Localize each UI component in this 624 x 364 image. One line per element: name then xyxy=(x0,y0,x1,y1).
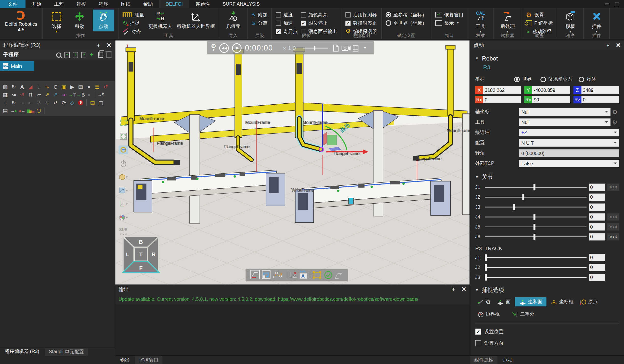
icon-macro[interactable]: ⬡ xyxy=(35,107,43,114)
film-strip-icon[interactable] xyxy=(353,45,358,51)
icon-approach-move[interactable]: ↗ xyxy=(52,91,59,98)
radio-parent[interactable] xyxy=(540,76,546,82)
j5-slider[interactable] xyxy=(485,223,586,230)
frame-select-icon[interactable] xyxy=(313,271,321,279)
joints-section-header[interactable]: ▼ 关节 xyxy=(475,174,619,181)
x-position-field[interactable]: X 3182.262 xyxy=(475,86,521,94)
external-tcp-select[interactable]: False xyxy=(519,160,619,167)
icon-conveyor[interactable]: ☰ xyxy=(93,83,101,90)
checkbox[interactable] xyxy=(276,12,281,17)
rz-field[interactable]: Rz 0 xyxy=(573,96,619,103)
icon-text-label[interactable]: A xyxy=(18,83,26,90)
checkbox[interactable] xyxy=(301,12,306,17)
icon-insert-down[interactable]: ↓ xyxy=(35,83,43,90)
plugins-button[interactable]: 插件▼ xyxy=(588,10,605,33)
measure-button[interactable]: 测量 xyxy=(123,11,144,18)
j5-turns-spinner[interactable]: TO▲▼ xyxy=(607,223,619,230)
solid-box-icon[interactable] xyxy=(118,172,128,181)
icon-input-signals[interactable]: →● xyxy=(10,107,18,114)
slider-thumb[interactable] xyxy=(485,274,487,280)
snap-frame-button[interactable]: 坐标框 xyxy=(549,298,575,306)
icon-record[interactable]: ● xyxy=(85,91,93,98)
expand-view-icon[interactable] xyxy=(118,118,128,127)
loop-path-icon[interactable] xyxy=(262,271,270,278)
menu-process[interactable]: 工艺 xyxy=(48,0,70,8)
minimize-icon[interactable] xyxy=(605,4,609,4)
display-button[interactable]: 显示▼ xyxy=(435,20,463,27)
pin-icon[interactable]: Ŧ xyxy=(606,42,610,48)
speed-slider-thumb[interactable] xyxy=(314,46,316,50)
icon-wait[interactable]: ◇ xyxy=(68,99,76,106)
add-subprogram-icon[interactable]: + xyxy=(90,52,93,58)
close-icon[interactable]: ✕ xyxy=(106,42,111,49)
slider-thumb[interactable] xyxy=(513,204,515,210)
fit-view-icon[interactable] xyxy=(118,132,128,141)
slider-thumb[interactable] xyxy=(485,254,487,261)
import-program-icon[interactable]: ↴ xyxy=(73,52,78,58)
copy-icon[interactable] xyxy=(98,52,103,58)
track-j1-value[interactable]: 0 xyxy=(589,254,605,261)
tab-staubli-cell-config[interactable]: Stäubli 单元配置 xyxy=(45,348,88,356)
j1-turns-spinner[interactable]: TO▲▼ xyxy=(607,184,619,191)
pin-icon[interactable]: Ŧ xyxy=(452,286,455,292)
checklist-icon[interactable]: ≡ xyxy=(65,52,70,58)
settings-button[interactable]: ⚙ 设置 xyxy=(526,11,553,18)
checkbox[interactable] xyxy=(301,21,306,26)
subprogram-item-main[interactable]: M≡ Main xyxy=(0,61,34,71)
track-j1-slider[interactable] xyxy=(485,254,586,261)
template-button[interactable]: 模板▼ xyxy=(561,10,580,33)
rx-field[interactable]: Rx 0 xyxy=(475,96,521,103)
icon-signal-doc[interactable]: →S xyxy=(97,91,105,98)
icon-document[interactable]: ▢ xyxy=(97,99,105,106)
icon-statistics[interactable]: ▆▄▂ xyxy=(27,107,34,114)
menu-surf-analysis[interactable]: SURF ANALYSIS xyxy=(216,0,266,8)
track-j2-value[interactable]: 0 xyxy=(589,264,605,271)
icon-play[interactable]: ▶ xyxy=(68,83,76,90)
tab-program-editor[interactable]: 程序编辑器 (R3) xyxy=(1,347,43,356)
icon-circular-move[interactable]: C xyxy=(52,83,59,90)
checkbox[interactable] xyxy=(276,21,281,26)
swap-robot-button[interactable]: R↩↪R 更换机器人 xyxy=(147,10,173,30)
close-icon[interactable]: ✕ xyxy=(461,286,466,293)
y-position-field[interactable]: Y -4020.859 xyxy=(524,86,570,94)
icon-to-base[interactable]: →B xyxy=(77,91,84,98)
j3-value[interactable]: 0 xyxy=(589,204,605,211)
set-position-check-row[interactable]: 设置位置 xyxy=(475,328,619,335)
menu-drawing[interactable]: 图纸 xyxy=(115,0,137,8)
icon-server-settings[interactable]: ▤ xyxy=(77,83,84,90)
attach-button[interactable]: ⇱ 附加 xyxy=(251,11,267,18)
icon-branch-b[interactable]: ⑂ xyxy=(43,99,51,106)
wire-cube-icon[interactable] xyxy=(118,159,128,168)
output-message[interactable]: Update available. Current version: 4.5.0… xyxy=(116,294,470,304)
slider-thumb[interactable] xyxy=(534,214,536,220)
radio-icon[interactable] xyxy=(385,20,391,26)
icon-frame-box[interactable]: ▣ xyxy=(60,83,68,90)
j1-slider[interactable] xyxy=(485,184,586,191)
snap-origin-button[interactable]: 原点 xyxy=(578,298,600,306)
gear-icon[interactable]: ⚙ xyxy=(611,108,619,115)
pnp-coords-button[interactable]: PnP坐标 xyxy=(526,20,553,27)
check-color-highlight[interactable]: 颜色高亮 xyxy=(301,11,337,18)
snap-button[interactable]: ↻ 捕捉 xyxy=(123,20,144,27)
play-button[interactable]: ▶ xyxy=(232,43,242,53)
snap-bounding-box-button[interactable]: 边界框 xyxy=(475,310,502,318)
select-button[interactable]: 选择▼ xyxy=(47,10,66,33)
menu-help[interactable]: 帮助 xyxy=(137,0,159,8)
delete-icon[interactable] xyxy=(106,52,111,57)
checkbox[interactable] xyxy=(345,12,351,17)
icon-path-edit[interactable]: ▨ xyxy=(1,83,9,90)
snap-bisect-button[interactable]: 二等分 xyxy=(510,310,536,318)
check-stop-on-collision[interactable]: 碰撞时停止 xyxy=(345,20,377,27)
tab-component-properties[interactable]: 组件属性 xyxy=(470,356,497,364)
select-robot-icon[interactable] xyxy=(251,270,260,279)
restore-window-button[interactable]: ↩ 恢复窗口 xyxy=(435,11,463,18)
geometry-button[interactable]: 几何元 xyxy=(223,10,243,30)
playback-more-caret[interactable]: ▼ xyxy=(364,46,367,50)
slider-thumb[interactable] xyxy=(485,264,487,271)
icon-spline-move[interactable]: ≈ xyxy=(60,91,68,98)
icon-clipboard[interactable]: ▤ xyxy=(89,99,96,106)
nav-cube[interactable]: B L T R F xyxy=(121,235,160,276)
icon-rotate-red[interactable]: ↺ xyxy=(18,91,26,98)
icon-sync[interactable]: ⟳ xyxy=(60,99,68,106)
j6-value[interactable]: 0 xyxy=(589,233,605,240)
